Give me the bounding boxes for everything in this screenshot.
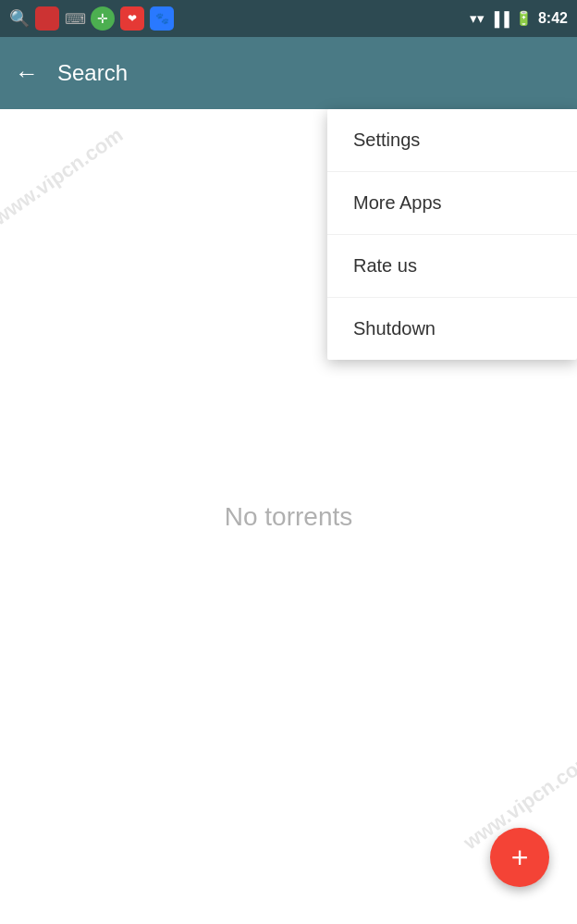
menu-item-settings[interactable]: Settings [327, 109, 577, 172]
status-bar: 🔍 ⌨ ✛ ❤ 🐾 ▾▾ ▐▐ 🔋 8:42 [0, 0, 577, 37]
app-icon-3: ❤ [120, 6, 144, 31]
empty-state-text: No torrents [225, 502, 353, 532]
clock: 8:42 [538, 10, 568, 27]
signal-icon: ▐▐ [490, 11, 509, 27]
back-button[interactable]: ← [15, 59, 39, 88]
battery-icon: 🔋 [515, 10, 533, 27]
app-icon-2: ✛ [91, 6, 115, 31]
app-icon-1 [35, 6, 59, 31]
context-menu: Settings More Apps Rate us Shutdown [327, 109, 577, 360]
search-status-icon: 🔍 [9, 8, 30, 29]
add-fab-button[interactable]: + [490, 828, 549, 887]
menu-item-more-apps[interactable]: More Apps [327, 172, 577, 235]
status-bar-right: ▾▾ ▐▐ 🔋 8:42 [470, 10, 568, 27]
menu-item-shutdown[interactable]: Shutdown [327, 298, 577, 360]
menu-item-rate-us[interactable]: Rate us [327, 235, 577, 298]
app-icon-4: 🐾 [150, 6, 174, 31]
app-bar-title: Search [57, 60, 128, 86]
keyboard-icon: ⌨ [65, 8, 85, 29]
status-bar-left: 🔍 ⌨ ✛ ❤ 🐾 [9, 6, 174, 31]
wifi-icon: ▾▾ [470, 10, 485, 27]
app-bar: ← Search [0, 37, 577, 109]
watermark-top: www.vipcn.com [0, 123, 128, 230]
main-content: www.vipcn.com No torrents www.vipcn.com … [0, 109, 577, 924]
